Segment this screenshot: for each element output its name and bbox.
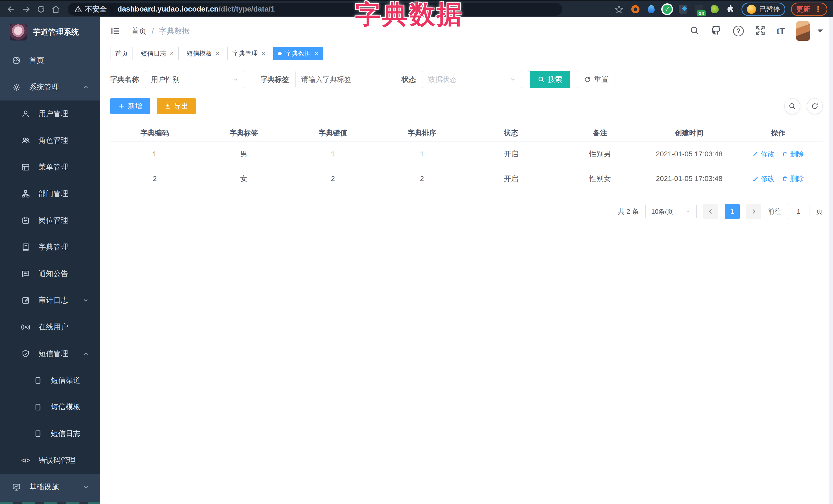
sidebar-item-label: 首页 <box>29 55 44 66</box>
tab-dict-data[interactable]: 字典数据 × <box>273 47 323 60</box>
close-icon[interactable]: × <box>314 50 318 57</box>
fullscreen-icon[interactable] <box>755 25 765 37</box>
close-icon[interactable]: × <box>261 50 265 57</box>
dict-name-select[interactable]: 用户性别 <box>145 71 245 88</box>
address-bar[interactable]: 不安全 dashboard.yudao.iocoder.cn/dict/type… <box>68 3 562 16</box>
caret-down-icon[interactable] <box>818 29 823 32</box>
delete-link[interactable]: 删除 <box>782 174 804 183</box>
extension-orange-icon[interactable] <box>630 4 641 14</box>
chevron-down-icon <box>509 76 516 83</box>
tab-label: 字典数据 <box>285 49 311 58</box>
extension-check-icon[interactable]: ✓ <box>662 4 672 14</box>
phone-icon <box>33 376 43 385</box>
close-icon[interactable]: × <box>216 50 220 57</box>
reload-icon[interactable] <box>35 4 47 15</box>
sidebar-item-errorcode-mgmt[interactable]: </> 错误码管理 <box>0 447 100 474</box>
cell-code: 2 <box>110 166 199 191</box>
sidebar-item-menu-mgmt[interactable]: 菜单管理 <box>0 154 100 181</box>
prev-page-button[interactable] <box>703 204 718 219</box>
sidebar-item-user-mgmt[interactable]: 用户管理 <box>0 100 100 127</box>
status-select[interactable]: 数据状态 <box>422 71 522 88</box>
browser-update-button[interactable]: 更新 ⋮ <box>791 3 827 16</box>
extensions-puzzle-icon[interactable] <box>725 4 736 14</box>
export-button[interactable]: 导出 <box>157 98 196 114</box>
add-button[interactable]: 新增 <box>110 98 150 114</box>
filter-bar: 字典名称 用户性别 字典标签 状态 数据状态 <box>110 71 823 88</box>
toggle-search-button[interactable] <box>784 98 800 114</box>
cell-label: 女 <box>199 166 289 191</box>
page-suffix: 页 <box>816 207 823 216</box>
extension-bars-icon[interactable] <box>678 4 688 14</box>
breadcrumb-home[interactable]: 首页 <box>131 26 147 37</box>
sidebar-item-sms-mgmt[interactable]: 短信管理 <box>0 340 100 367</box>
sidebar-item-online-users[interactable]: 在线用户 <box>0 314 100 340</box>
forward-icon[interactable] <box>21 4 32 15</box>
sidebar-item-dept-mgmt[interactable]: 部门管理 <box>0 181 100 207</box>
sidebar-item-label: 系统管理 <box>29 82 59 92</box>
sidebar-item-sms-channel[interactable]: 短信渠道 <box>0 367 100 394</box>
font-size-icon[interactable]: tT <box>777 26 785 36</box>
sidebar-item-label: 字典管理 <box>39 242 68 252</box>
help-icon[interactable]: ? <box>733 26 744 37</box>
sidebar-item-home[interactable]: 首页 <box>0 47 100 74</box>
page-content: 字典名称 用户性别 字典标签 状态 数据状态 <box>100 62 833 504</box>
pagination: 共 2 条 10条/页 1 前往 页 <box>110 204 823 219</box>
delete-link[interactable]: 删除 <box>782 149 804 159</box>
tab-label: 字典管理 <box>232 49 258 58</box>
back-icon[interactable] <box>6 4 17 15</box>
row-actions: 修改 删除 <box>734 149 823 159</box>
tab-sms-log[interactable]: 短信日志 × <box>136 47 178 60</box>
sidebar-item-audit-log[interactable]: 审计日志 <box>0 287 100 314</box>
tab-dict-mgmt[interactable]: 字典管理 × <box>227 47 270 60</box>
dict-name-label: 字典名称 <box>110 75 139 85</box>
sidebar-item-label: 菜单管理 <box>39 162 68 172</box>
github-icon[interactable] <box>711 25 722 37</box>
home-icon[interactable] <box>50 4 62 15</box>
search-icon[interactable] <box>689 25 700 37</box>
refresh-table-button[interactable] <box>807 98 823 114</box>
gear-icon <box>12 82 21 92</box>
reset-button[interactable]: 重置 <box>577 71 615 88</box>
sidebar-item-sms-log[interactable]: 短信日志 <box>0 421 100 447</box>
extension-drop-icon[interactable] <box>646 4 657 14</box>
sidebar-item-infrastructure[interactable]: 基础设施 <box>0 474 100 500</box>
cell-value: 1 <box>288 142 378 166</box>
search-button[interactable]: 搜索 <box>530 71 570 88</box>
navbar-actions: ? tT <box>689 21 823 41</box>
cell-value: 2 <box>288 166 378 191</box>
page-size-select[interactable]: 10条/页 <box>645 204 697 219</box>
tab-sms-template[interactable]: 短信模板 × <box>182 47 224 60</box>
sidebar-item-role-mgmt[interactable]: 角色管理 <box>0 127 100 154</box>
user-avatar[interactable] <box>796 21 810 41</box>
page-scrollbar[interactable] <box>829 17 833 504</box>
sidebar-item-post-mgmt[interactable]: 岗位管理 <box>0 207 100 234</box>
edit-link[interactable]: 修改 <box>753 149 775 159</box>
close-icon[interactable]: × <box>170 50 174 57</box>
sidebar-item-sms-template[interactable]: 短信模板 <box>0 394 100 421</box>
cell-label: 男 <box>199 142 289 166</box>
sidebar-item-notice[interactable]: 通知公告 <box>0 261 100 287</box>
goto-page-input[interactable] <box>788 204 809 219</box>
extension-sprout-icon[interactable] <box>710 4 720 14</box>
sidebar-collapse-icon[interactable] <box>110 26 120 36</box>
sidebar-item-system-mgmt[interactable]: 系统管理 <box>0 74 100 100</box>
edit-label: 修改 <box>761 174 775 183</box>
col-header: 字典标签 <box>199 124 289 142</box>
dict-label-input[interactable] <box>295 71 386 88</box>
logo-row[interactable]: 芋道管理系统 <box>0 17 100 47</box>
edit-link[interactable]: 修改 <box>753 174 775 183</box>
tab-home[interactable]: 首页 <box>110 47 133 60</box>
update-label: 更新 <box>796 5 810 14</box>
kebab-menu-icon[interactable]: ⋮ <box>814 5 822 14</box>
next-page-button[interactable] <box>746 204 761 219</box>
sidebar-item-label: 角色管理 <box>39 135 68 146</box>
profile-paused-chip[interactable]: 已暂停 <box>741 3 785 16</box>
bookmark-star-icon[interactable] <box>613 4 625 15</box>
export-button-label: 导出 <box>174 101 188 111</box>
pencil-icon <box>753 175 759 182</box>
extension-on-icon[interactable]: on <box>694 4 704 14</box>
search-button-label: 搜索 <box>548 75 562 85</box>
cell-code: 1 <box>110 142 199 166</box>
current-page[interactable]: 1 <box>725 204 740 219</box>
sidebar-item-dict-mgmt[interactable]: 字典管理 <box>0 234 100 261</box>
